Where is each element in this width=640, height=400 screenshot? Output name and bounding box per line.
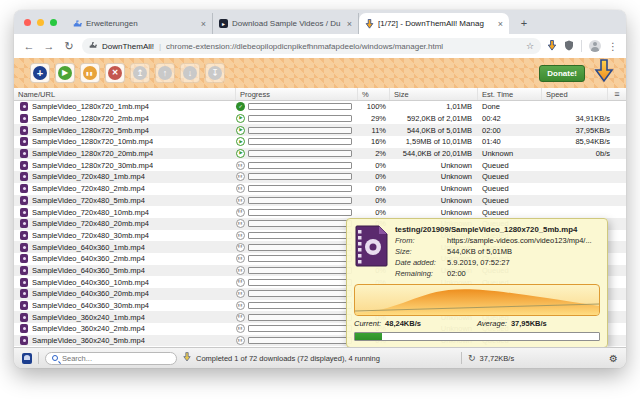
download-status-icon: ▶ [236,126,245,135]
gear-icon[interactable]: ⚙ [609,353,618,364]
column-header-name[interactable]: Name/URL [14,88,236,100]
table-row[interactable]: SampleVideo_720x480_1mb.mp4 ▮▮ 0% Unknow… [14,171,626,183]
progress-bar [248,197,352,204]
move-bottom-button[interactable]: ↧ [205,63,225,83]
video-file-icon [20,184,28,193]
downloads-table: Name/URL Progress % Size Est. Time Speed… [14,88,626,347]
dta-logo [594,59,614,87]
table-row[interactable]: SampleVideo_720x480_10mb.mp4 ▮▮ 0% Unkno… [14,206,626,218]
tooltip-progress-bar [354,332,600,341]
close-icon[interactable]: × [347,19,352,29]
current-speed-label: Current: [354,319,381,328]
reload-icon[interactable]: ↻ [62,40,76,53]
download-name: SampleVideo_1280x720_30mb.mp4 [32,161,153,170]
bookmark-star-icon[interactable]: ☆ [526,41,534,51]
extension-name: DownThemAll! [102,42,154,51]
move-down-button[interactable]: ↓ [180,63,200,83]
cancel-button[interactable]: ✕ [105,63,125,83]
progress-bar [248,255,352,262]
download-status-icon: ▮▮ [236,196,245,205]
column-header-speed[interactable]: Speed [542,88,608,100]
speed-graph [354,284,600,316]
new-tab-button[interactable]: + [515,14,533,32]
plus-icon: + [33,66,47,80]
tab-extensions[interactable]: Erweiterungen × [67,13,213,34]
move-top-button[interactable]: ↥ [130,63,150,83]
dta-small-arrow-icon [183,352,191,364]
table-row[interactable]: SampleVideo_1280x720_30mb.mp4 ▮▮ 0% Unkn… [14,159,626,171]
browser-menu-icon[interactable]: ⋮ [608,41,618,52]
download-eta: Done [478,102,542,111]
download-percent: 0% [358,208,390,217]
progress-bar [248,127,352,134]
table-row[interactable]: SampleVideo_1280x720_2mb.mp4 ▶ 29% 592,0… [14,113,626,125]
tooltip-from-label: From: [395,236,447,247]
search-input[interactable] [62,354,170,363]
search-field[interactable] [45,352,177,365]
download-name: SampleVideo_1280x720_20mb.mp4 [32,149,153,158]
download-status-icon: ▮▮ [236,184,245,193]
table-row[interactable]: SampleVideo_1280x720_20mb.mp4 ▶ 2% 544,0… [14,148,626,160]
donate-button[interactable]: Donate! [539,65,585,82]
table-row[interactable]: SampleVideo_720x480_2mb.mp4 ▮▮ 0% Unknow… [14,183,626,195]
profile-avatar[interactable] [589,40,601,52]
close-icon[interactable]: × [498,19,503,29]
close-icon[interactable]: × [201,19,206,29]
download-size: Unknown [390,172,478,181]
download-name: SampleVideo_640x360_20mb.mp4 [32,289,149,298]
close-window-button[interactable] [24,19,31,26]
zoom-window-button[interactable] [50,19,57,26]
table-row[interactable]: SampleVideo_720x480_5mb.mp4 ▮▮ 0% Unknow… [14,195,626,207]
progress-bar [248,325,352,332]
download-eta: 02:00 [478,126,542,135]
column-header-percent[interactable]: % [358,88,390,100]
column-options-icon[interactable]: ≡ [608,88,626,100]
table-row[interactable]: SampleVideo_1280x720_10mb.mp4 ▶ 16% 1,59… [14,136,626,148]
dta-extension-icon[interactable] [547,37,557,55]
download-percent: 100% [358,102,390,111]
move-up-button[interactable]: ↑ [155,63,175,83]
resume-button[interactable]: ▶ [55,63,75,83]
column-header-size[interactable]: Size [390,88,478,100]
back-icon[interactable]: ← [22,40,36,52]
download-name: SampleVideo_360x240_5mb.mp4 [32,336,145,345]
download-name: SampleVideo_720x480_10mb.mp4 [32,208,149,217]
forward-icon[interactable]: → [42,40,56,52]
average-speed-value: 37,95KB/s [511,319,547,328]
shield-extension-icon[interactable] [564,37,574,55]
address-bar[interactable]: DownThemAll! | chrome-extension://dlebeo… [82,38,541,54]
download-eta: Queued [478,172,542,181]
status-bar: Completed 1 of 72 downloads (72 displaye… [14,347,626,368]
video-file-icon [20,137,28,146]
download-status-icon: ▮▮ [236,243,245,252]
page-url: chrome-extension://dlebeopilopdicnpikefh… [166,42,521,51]
progress-bar [248,314,352,321]
video-file-icon [20,313,28,322]
progress-bar [248,209,352,216]
download-eta: Queued [478,196,542,205]
download-size: Unknown [390,208,478,217]
download-status-icon: ▮▮ [236,278,245,287]
add-download-button[interactable]: + [30,63,50,83]
tab-label: Erweiterungen [86,19,197,28]
tooltip-progress-fill [355,333,382,340]
progress-bar [248,267,352,274]
video-file-icon [20,196,28,205]
minimize-window-button[interactable] [37,19,44,26]
video-file-icon [20,114,28,123]
column-header-progress[interactable]: Progress [236,88,358,100]
download-status-icon: ▮▮ [236,313,245,322]
pause-button[interactable]: ▮▮ [80,63,100,83]
navbar-divider [581,40,582,52]
dta-arrow-icon [365,19,374,28]
tab-downthemall-manager[interactable]: [1/72] - DownThemAll! Manag × [359,13,509,34]
move-top-icon: ↥ [133,66,147,80]
table-row[interactable]: SampleVideo_1280x720_1mb.mp4 ✓ 100% 1,01… [14,101,626,113]
browser-window: Erweiterungen × ▸ Download Sample Videos… [14,10,626,368]
column-header-esttime[interactable]: Est. Time [478,88,542,100]
tab-sample-videos[interactable]: ▸ Download Sample Videos / Du × [213,13,359,34]
download-status-icon: ▮▮ [236,219,245,228]
video-file-icon [20,231,28,240]
download-status-icon: ▮▮ [236,172,245,181]
table-row[interactable]: SampleVideo_1280x720_5mb.mp4 ▶ 11% 544,0… [14,124,626,136]
